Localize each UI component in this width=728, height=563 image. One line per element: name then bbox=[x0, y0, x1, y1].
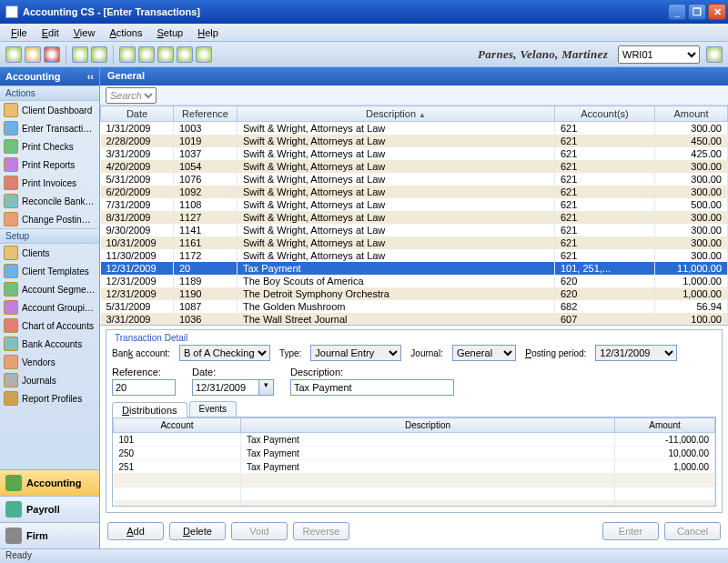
distribution-row-empty[interactable] bbox=[114, 501, 715, 508]
distributions-grid[interactable]: Account Description Amount 101Tax Paymen… bbox=[113, 417, 715, 507]
menu-setup[interactable]: Setup bbox=[149, 27, 190, 38]
transaction-row[interactable]: 12/31/20091189The Boy Scouts of America6… bbox=[101, 275, 728, 287]
transaction-row[interactable]: 9/30/20091141Swift & Wright, Attorneys a… bbox=[101, 224, 728, 236]
delete-button[interactable]: Delete bbox=[169, 522, 226, 540]
tab-firm[interactable]: Firm bbox=[0, 522, 99, 548]
dist-col-account[interactable]: Account bbox=[114, 418, 241, 433]
nav-print-invoices[interactable]: Print Invoices bbox=[0, 174, 99, 192]
void-button[interactable]: Void bbox=[231, 522, 288, 540]
toolbar-icon[interactable] bbox=[157, 46, 174, 63]
col-description[interactable]: Description ▲ bbox=[238, 106, 555, 122]
nav-chart-of-accounts[interactable]: Chart of Accounts bbox=[0, 317, 99, 335]
toolbar-icon[interactable] bbox=[44, 46, 60, 63]
tab-accounting[interactable]: Accounting bbox=[0, 469, 99, 496]
nav-vendors[interactable]: Vendors bbox=[0, 353, 99, 371]
dist-col-description[interactable]: Description bbox=[241, 418, 615, 433]
nav-bank-accounts[interactable]: Bank Accounts bbox=[0, 335, 99, 353]
nav-report-profiles[interactable]: Report Profiles bbox=[0, 389, 99, 407]
toolbar-icon[interactable] bbox=[25, 46, 41, 63]
transaction-row[interactable]: 10/31/20091161Swift & Wright, Attorneys … bbox=[101, 236, 728, 249]
bank-account-select[interactable]: B of A Checking bbox=[179, 345, 270, 361]
toolbar-icon[interactable] bbox=[119, 46, 136, 63]
transaction-row[interactable]: 8/31/20091127Swift & Wright, Attorneys a… bbox=[101, 211, 728, 224]
nav-icon bbox=[4, 246, 18, 260]
distribution-row[interactable]: 251Tax Payment1,000.00 bbox=[114, 460, 715, 474]
enter-button[interactable]: Enter bbox=[602, 522, 659, 540]
nav-account-groupings[interactable]: Account Groupings bbox=[0, 298, 99, 317]
type-label: Type: bbox=[279, 348, 301, 358]
transaction-row[interactable]: 3/31/20091037Swift & Wright, Attorneys a… bbox=[101, 147, 728, 160]
maximize-button[interactable]: ❐ bbox=[688, 4, 706, 20]
nav-journals[interactable]: Journals bbox=[0, 371, 99, 389]
transaction-row[interactable]: 3/31/20091036The Wall Street Journal6071… bbox=[101, 313, 728, 326]
menu-help[interactable]: Help bbox=[190, 27, 226, 38]
transaction-row[interactable]: 12/31/200920Tax Payment101, 251,...11,00… bbox=[101, 262, 728, 275]
tab-distributions[interactable]: Distributions bbox=[112, 402, 187, 417]
col-amount[interactable]: Amount bbox=[655, 106, 728, 122]
transaction-row[interactable]: 5/31/20091076Swift & Wright, Attorneys a… bbox=[101, 173, 728, 186]
nav-client-templates[interactable]: Client Templates bbox=[0, 262, 99, 280]
transactions-grid[interactable]: Date Reference Description ▲ Account(s) … bbox=[100, 106, 728, 326]
menubar: File Edit View Actions Setup Help bbox=[0, 24, 728, 42]
search-box[interactable]: Search bbox=[106, 87, 157, 104]
tab-events[interactable]: Events bbox=[189, 401, 238, 417]
reference-input[interactable] bbox=[112, 379, 176, 396]
toolbar-icon[interactable] bbox=[5, 46, 22, 63]
calendar-icon[interactable]: ▾ bbox=[259, 379, 274, 396]
nav-clients[interactable]: Clients bbox=[0, 244, 99, 262]
transaction-row[interactable]: 6/20/20091092Swift & Wright, Attorneys a… bbox=[101, 186, 728, 198]
distribution-row[interactable]: 250Tax Payment10,000.00 bbox=[114, 447, 715, 460]
toolbar-icon[interactable] bbox=[196, 46, 212, 63]
cancel-button[interactable]: Cancel bbox=[664, 522, 721, 540]
menu-file[interactable]: File bbox=[4, 27, 35, 38]
col-reference[interactable]: Reference bbox=[174, 106, 238, 122]
nav-icon bbox=[4, 300, 18, 315]
nav-reconcile-bank-accounts[interactable]: Reconcile Bank Accounts bbox=[0, 192, 99, 210]
sidebar-title: Accounting bbox=[5, 71, 61, 82]
minimize-button[interactable]: _ bbox=[668, 4, 686, 20]
collapse-icon[interactable]: ‹‹ bbox=[87, 71, 94, 82]
transaction-row[interactable]: 5/31/20091087The Golden Mushroom68256.94 bbox=[101, 300, 728, 313]
toolbar-icon[interactable] bbox=[91, 46, 107, 63]
posting-period-select[interactable]: 12/31/2009 bbox=[595, 345, 677, 361]
close-button[interactable]: ✕ bbox=[708, 4, 726, 20]
client-selector[interactable]: WRI01 bbox=[618, 45, 700, 64]
nav-print-reports[interactable]: Print Reports bbox=[0, 156, 99, 174]
type-select[interactable]: Journal Entry bbox=[310, 345, 401, 361]
toolbar-icon[interactable] bbox=[177, 46, 193, 63]
description-input[interactable] bbox=[290, 379, 454, 396]
nav-change-posting-period[interactable]: Change Posting Period bbox=[0, 210, 99, 228]
menu-actions[interactable]: Actions bbox=[102, 27, 149, 38]
date-input[interactable] bbox=[192, 379, 259, 396]
app-icon bbox=[5, 5, 18, 18]
distribution-row-empty[interactable] bbox=[114, 488, 715, 501]
transaction-row[interactable]: 11/30/20091172Swift & Wright, Attorneys … bbox=[101, 249, 728, 262]
transaction-row[interactable]: 4/20/20091054Swift & Wright, Attorneys a… bbox=[101, 160, 728, 173]
nav-enter-transactions[interactable]: Enter Transactions bbox=[0, 119, 99, 137]
nav-account-segments[interactable]: Account Segments bbox=[0, 280, 99, 298]
toolbar-icon[interactable] bbox=[138, 46, 155, 63]
transaction-row[interactable]: 12/31/20091190The Detroit Symphony Orche… bbox=[101, 287, 728, 300]
nav-icon bbox=[4, 391, 18, 406]
nav-client-dashboard[interactable]: Client Dashboard bbox=[0, 101, 99, 119]
journal-label: Journal: bbox=[410, 348, 443, 358]
col-accounts[interactable]: Account(s) bbox=[555, 106, 655, 122]
distribution-row-empty[interactable] bbox=[114, 474, 715, 488]
nav-icon bbox=[4, 355, 18, 369]
transaction-row[interactable]: 7/31/20091108Swift & Wright, Attorneys a… bbox=[101, 198, 728, 211]
col-date[interactable]: Date bbox=[101, 106, 174, 122]
transaction-row[interactable]: 2/28/20091019Swift & Wright, Attorneys a… bbox=[101, 135, 728, 147]
menu-view[interactable]: View bbox=[66, 27, 103, 38]
transaction-row[interactable]: 1/31/20091003Swift & Wright, Attorneys a… bbox=[101, 122, 728, 136]
dist-col-amount[interactable]: Amount bbox=[615, 418, 715, 433]
toolbar-icon[interactable] bbox=[706, 46, 723, 63]
nav-icon bbox=[4, 176, 18, 190]
distribution-row[interactable]: 101Tax Payment-11,000.00 bbox=[114, 433, 715, 447]
menu-edit[interactable]: Edit bbox=[35, 27, 66, 38]
journal-select[interactable]: General bbox=[452, 345, 516, 361]
add-button[interactable]: Add bbox=[107, 522, 164, 540]
nav-print-checks[interactable]: Print Checks bbox=[0, 137, 99, 156]
tab-payroll[interactable]: Payroll bbox=[0, 496, 99, 522]
toolbar-icon[interactable] bbox=[72, 46, 88, 63]
reverse-button[interactable]: Reverse bbox=[293, 522, 349, 540]
